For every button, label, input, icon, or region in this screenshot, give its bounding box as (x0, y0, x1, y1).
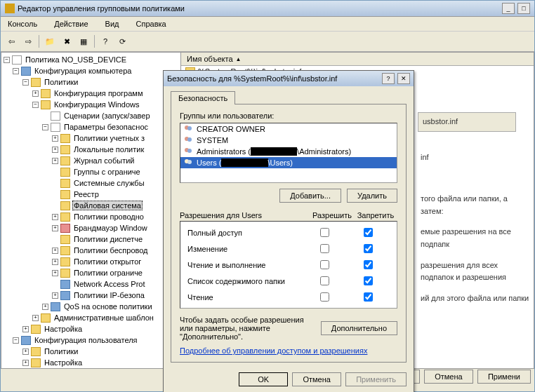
perm-row: Чтение и выполнение (180, 257, 397, 273)
tree-item[interactable]: Параметры безопаснос (62, 122, 150, 132)
deny-modify-checkbox[interactable] (364, 244, 373, 253)
tree-toggle[interactable]: + (52, 214, 58, 220)
deny-readexec-checkbox[interactable] (364, 260, 373, 269)
tree-toggle[interactable]: + (52, 135, 58, 142)
tree-item[interactable]: Политики диспетче (72, 234, 144, 244)
bg-cancel-button[interactable]: Отмена (424, 370, 473, 384)
tree-item[interactable]: Брандмауэр Window (72, 223, 149, 233)
tree-item[interactable]: Политики (43, 77, 80, 87)
tree-item[interactable]: Политики учетных з (72, 133, 146, 143)
tree-item[interactable]: Системные службы (72, 178, 146, 188)
folder-icon (41, 100, 51, 109)
help-icon[interactable]: ? (98, 34, 113, 49)
tree-item[interactable]: Локальные политик (72, 144, 145, 154)
group-item[interactable]: Administrators (XXXXXXXXX\Administrators… (180, 146, 397, 157)
advanced-button[interactable]: Дополнительно (321, 321, 397, 335)
groups-listbox[interactable]: CREATOR OWNER SYSTEM Administrators (XXX… (180, 123, 397, 183)
tree-toggle[interactable]: − (4, 57, 10, 63)
window-title: Редактор управления групповыми политикам… (18, 4, 499, 13)
bg-apply-button[interactable]: Примени (477, 370, 531, 384)
add-button[interactable]: Добавить... (279, 189, 341, 203)
forward-icon[interactable]: ⇨ (20, 34, 36, 49)
delete-button[interactable]: Удалить (347, 189, 397, 203)
tree-toggle[interactable]: − (13, 68, 19, 74)
ok-button[interactable]: OK (239, 372, 288, 386)
tree-item[interactable]: Конфигурация компьютера (33, 66, 133, 76)
tree-toggle[interactable]: − (42, 124, 48, 130)
group-label: SYSTEM (197, 136, 228, 144)
tree-item[interactable]: Конфигурация пользователя (33, 335, 139, 345)
tree-item[interactable]: Конфигурация программ (53, 88, 144, 98)
tree-item[interactable]: Политики (43, 346, 80, 356)
firewall-icon (60, 224, 70, 233)
tree-root[interactable]: Политика NO_USB_DEVICE (24, 55, 128, 65)
allow-readexec-checkbox[interactable] (320, 260, 329, 269)
tree-item[interactable]: Настройка (43, 324, 84, 334)
tree-toggle[interactable]: + (32, 315, 39, 321)
allow-modify-checkbox[interactable] (320, 244, 329, 253)
group-item[interactable]: CREATOR OWNER (180, 123, 397, 135)
tree-item[interactable]: Политики проводно (72, 212, 145, 222)
tree-toggle[interactable]: + (32, 90, 39, 97)
tree-toggle[interactable]: + (42, 304, 48, 310)
tree-toggle[interactable]: − (22, 79, 29, 86)
close-button[interactable]: ✕ (397, 73, 410, 84)
tree-item[interactable]: Административные шаблон (53, 313, 155, 323)
tree-item[interactable]: Реестр (72, 189, 100, 199)
allow-read-checkbox[interactable] (320, 292, 329, 302)
tree-item[interactable]: Политики ограниче (72, 268, 144, 278)
tree-item[interactable]: Политики открытог (72, 257, 143, 266)
deny-listfolder-checkbox[interactable] (364, 276, 373, 285)
up-icon[interactable]: 📁 (42, 34, 58, 49)
group-item[interactable]: SYSTEM (180, 135, 397, 146)
deny-read-checkbox[interactable] (364, 292, 373, 302)
tree-item[interactable]: Политики беспровод (72, 245, 150, 255)
tree-item[interactable]: QoS на основе политики (62, 302, 154, 311)
tree-toggle[interactable]: + (22, 349, 29, 355)
apply-button[interactable]: Применить (345, 372, 407, 386)
refresh-icon[interactable]: ⟳ (114, 34, 130, 49)
back-icon[interactable]: ⇦ (4, 34, 19, 49)
tree-item-filesystem[interactable]: Файловая система (72, 201, 143, 210)
tree-item[interactable]: Конфигурация Windows (53, 100, 141, 109)
delete-icon[interactable]: ✖ (59, 34, 74, 49)
allow-fullcontrol-checkbox[interactable] (320, 228, 329, 237)
tree-panel[interactable]: −Политика NO_USB_DEVICE −Конфигурация ко… (1, 52, 181, 369)
tree-toggle[interactable]: + (52, 248, 58, 254)
tree-item[interactable]: Сценарии (запуск/завер (62, 111, 152, 121)
folder-icon (60, 156, 70, 165)
tree-toggle[interactable]: − (32, 102, 39, 108)
perm-label: Список содержимого папки (187, 277, 303, 285)
folder-icon (60, 257, 70, 266)
column-header[interactable]: Имя объекта ▲ (181, 53, 534, 66)
menu-console[interactable]: Консоль (4, 18, 41, 29)
tab-security[interactable]: Безопасность (171, 91, 235, 104)
deny-fullcontrol-checkbox[interactable] (364, 228, 373, 237)
cancel-button[interactable]: Отмена (292, 372, 341, 386)
learn-more-link[interactable]: Подробнее об управлении доступом и разре… (180, 346, 367, 355)
group-item-selected[interactable]: Users (XXXXXXXXX\Users) (180, 157, 397, 168)
tree-toggle[interactable]: + (52, 158, 58, 164)
minimize-button[interactable]: _ (502, 3, 515, 14)
menu-action[interactable]: Действие (50, 18, 92, 29)
maximize-button[interactable]: □ (517, 3, 530, 14)
tree-item[interactable]: Группы с ограниче (72, 167, 142, 177)
group-icon (183, 124, 193, 134)
tree-item[interactable]: Настройка (43, 358, 84, 367)
tree-toggle[interactable]: + (52, 292, 58, 299)
tree-toggle[interactable]: + (52, 147, 58, 153)
properties-icon[interactable]: ▦ (76, 34, 91, 49)
help-button[interactable]: ? (382, 73, 395, 84)
tree-toggle[interactable]: + (52, 270, 58, 276)
tree-item[interactable]: Network Access Prot (72, 279, 146, 289)
menu-help[interactable]: Справка (132, 18, 171, 29)
menu-view[interactable]: Вид (101, 18, 124, 29)
tree-toggle[interactable]: + (52, 259, 58, 265)
tree-toggle[interactable]: + (52, 225, 58, 231)
tree-toggle[interactable]: − (13, 337, 19, 344)
tree-toggle[interactable]: + (22, 326, 29, 332)
tree-toggle[interactable]: + (22, 360, 29, 366)
allow-listfolder-checkbox[interactable] (320, 276, 329, 285)
tree-item[interactable]: Журнал событий (72, 156, 136, 165)
tree-item[interactable]: Политики IP-безопа (72, 290, 146, 300)
